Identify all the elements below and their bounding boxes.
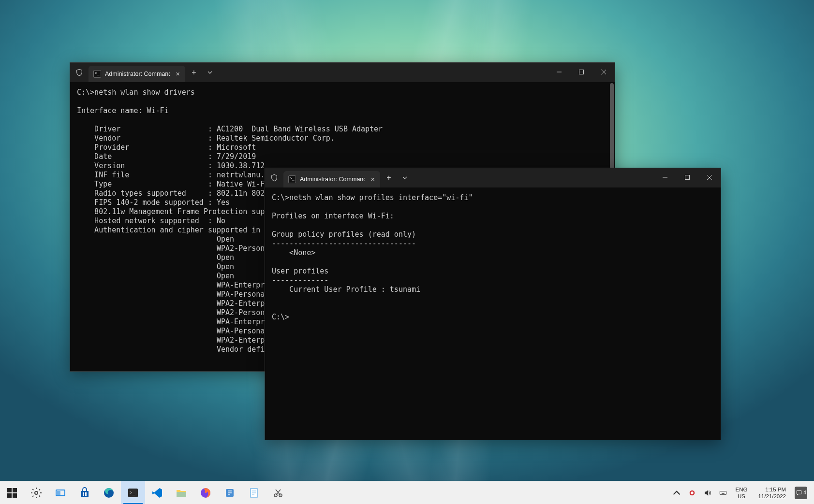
svg-point-12 [35, 491, 38, 494]
close-tab-button[interactable]: ✕ [174, 69, 181, 79]
shield-icon [70, 63, 89, 82]
maximize-button[interactable] [570, 63, 592, 81]
new-tab-button[interactable]: + [380, 169, 398, 187]
microsoft-store-icon[interactable] [73, 481, 97, 504]
tab-title: Administrator: Command Prom [300, 176, 365, 183]
svg-rect-15 [83, 492, 84, 494]
cmd-icon [93, 70, 101, 78]
titlebar[interactable]: Administrator: Command Prom ✕ + [265, 168, 721, 187]
tray-overflow-icon[interactable] [670, 481, 683, 504]
terminal-output[interactable]: C:\>netsh wlan show profiles interface="… [265, 187, 721, 440]
minimize-button[interactable] [654, 168, 676, 187]
svg-rect-1 [579, 70, 584, 74]
svg-rect-16 [85, 492, 87, 494]
clock-date: 11/21/2022 [758, 493, 786, 500]
taskbar: >_ EN [0, 481, 814, 504]
tab[interactable]: Administrator: Command Prom ✕ [283, 171, 380, 187]
cmd-icon [288, 175, 296, 183]
lang-secondary: US [738, 493, 745, 500]
svg-rect-18 [85, 494, 87, 496]
language-indicator[interactable]: ENG US [732, 481, 752, 504]
titlebar[interactable]: Administrator: Command Prom ✕ + [70, 63, 615, 82]
svg-rect-30 [720, 491, 726, 494]
svg-rect-17 [83, 494, 84, 496]
snipping-tool-icon[interactable] [266, 481, 290, 504]
maximize-button[interactable] [676, 168, 698, 187]
notification-count: 4 [803, 490, 806, 495]
vscode-icon[interactable] [145, 481, 169, 504]
svg-rect-11 [13, 493, 17, 498]
clock[interactable]: 1:15 PM 11/21/2022 [753, 481, 791, 504]
keyboard-icon[interactable] [716, 481, 730, 504]
svg-rect-5 [685, 175, 690, 180]
security-icon[interactable] [685, 481, 699, 504]
svg-point-29 [691, 491, 693, 494]
tab-dropdown-button[interactable] [203, 63, 217, 82]
svg-rect-14 [58, 491, 60, 494]
close-window-button[interactable] [698, 168, 721, 187]
svg-rect-10 [7, 493, 12, 498]
file-explorer-icon[interactable] [169, 481, 193, 504]
new-tab-button[interactable]: + [185, 63, 203, 82]
notepad-icon[interactable] [242, 481, 266, 504]
terminal-window-2: Administrator: Command Prom ✕ + C:\>nets… [265, 168, 721, 440]
clock-time: 1:15 PM [765, 486, 786, 493]
start-button[interactable] [0, 481, 24, 504]
notification-center[interactable]: 4 [795, 487, 807, 499]
svg-rect-22 [177, 492, 186, 497]
volume-icon[interactable] [701, 481, 714, 504]
svg-rect-8 [7, 488, 12, 492]
tab-title: Administrator: Command Prom [105, 71, 170, 77]
task-view-icon[interactable] [48, 481, 73, 504]
app-icon-1[interactable] [218, 481, 242, 504]
lang-primary: ENG [736, 486, 748, 493]
settings-icon[interactable] [24, 481, 48, 504]
tab[interactable]: Administrator: Command Prom ✕ [89, 66, 185, 82]
firefox-icon[interactable] [193, 481, 218, 504]
close-tab-button[interactable]: ✕ [369, 174, 376, 184]
svg-text:>_: >_ [130, 490, 135, 495]
svg-rect-9 [13, 488, 17, 492]
terminal-app-icon[interactable]: >_ [121, 481, 145, 504]
minimize-button[interactable] [548, 63, 570, 81]
system-tray: ENG US 1:15 PM 11/21/2022 4 [667, 481, 814, 504]
tab-dropdown-button[interactable] [398, 169, 412, 187]
close-window-button[interactable] [592, 63, 615, 81]
shield-icon [265, 168, 283, 187]
edge-icon[interactable] [97, 481, 121, 504]
